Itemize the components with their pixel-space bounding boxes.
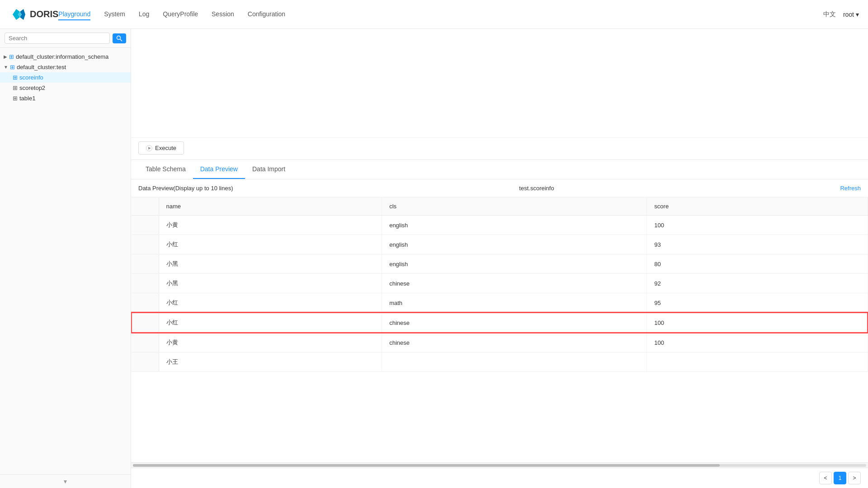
doris-logo-icon: [9, 5, 27, 23]
nav-system[interactable]: System: [104, 9, 125, 20]
search-icon: [116, 35, 123, 42]
cell-score: 93: [647, 235, 868, 254]
logo-area: DORIS: [9, 5, 58, 23]
search-button[interactable]: [113, 33, 126, 43]
nav-log[interactable]: Log: [139, 9, 149, 20]
language-switch[interactable]: 中文: [823, 10, 836, 19]
table-icon-table1: ⊞: [13, 95, 18, 102]
cell-score: 80: [647, 254, 868, 274]
cell-score: 100: [647, 313, 868, 333]
cell-cls: chinese: [382, 274, 647, 293]
cell-name: 小黑: [159, 254, 382, 274]
cell-index: [132, 274, 159, 293]
table-table1-label: table1: [19, 95, 35, 102]
table-row: 小王: [132, 352, 868, 372]
table-header-row: name cls score: [132, 197, 868, 216]
bottom-panel: Table Schema Data Preview Data Import Da…: [131, 160, 868, 488]
cell-index: [132, 313, 159, 333]
table-icon-scoreinfo: ⊞: [13, 74, 18, 81]
data-preview-panel: Data Preview(Display up to 10 lines) tes…: [131, 179, 868, 488]
execute-button[interactable]: Execute: [138, 141, 184, 155]
table-row: 小红english93: [132, 235, 868, 254]
db-label: default_cluster:information_schema: [16, 53, 108, 60]
cell-index: [132, 352, 159, 372]
sidebar-item-scoretop2[interactable]: ⊞ scoretop2: [0, 83, 131, 93]
cell-score: 100: [647, 216, 868, 235]
execute-btn-label: Execute: [155, 145, 176, 151]
next-page-button[interactable]: >: [848, 472, 861, 484]
cell-name: 小黄: [159, 333, 382, 352]
editor-content[interactable]: [131, 29, 868, 137]
main-layout: ▶ ⊞ default_cluster:information_schema ▼…: [0, 29, 868, 488]
sidebar-item-information-schema[interactable]: ▶ ⊞ default_cluster:information_schema: [0, 52, 131, 62]
tab-table-schema[interactable]: Table Schema: [138, 160, 193, 179]
cell-score: [647, 352, 868, 372]
sidebar-collapse-icon[interactable]: ▼: [63, 479, 68, 485]
table-row: 小红math95: [132, 293, 868, 313]
cell-score: 95: [647, 293, 868, 313]
sidebar-bottom: ▼: [0, 474, 131, 488]
cell-cls: english: [382, 254, 647, 274]
table-scoretop2-label: scoretop2: [19, 84, 45, 91]
editor-area: Execute: [131, 29, 868, 160]
username: root: [843, 11, 854, 18]
current-page-button[interactable]: 1: [834, 472, 846, 484]
app-name: DORIS: [30, 9, 58, 19]
col-header-score: score: [647, 197, 868, 216]
table-row: 小黄english100: [132, 216, 868, 235]
top-navigation: DORIS Playground System Log QueryProfile…: [0, 0, 868, 29]
sidebar-tree: ▶ ⊞ default_cluster:information_schema ▼…: [0, 48, 131, 474]
data-table-wrapper[interactable]: name cls score 小黄english100小红english93小黑…: [131, 197, 868, 462]
cell-cls: english: [382, 235, 647, 254]
cell-name: 小红: [159, 313, 382, 333]
nav-queryprofile[interactable]: QueryProfile: [163, 9, 198, 20]
tree-arrow-expanded-icon: ▼: [4, 65, 8, 70]
horizontal-scrollbar[interactable]: [131, 462, 868, 468]
cell-name: 小黑: [159, 274, 382, 293]
table-row: 小黑chinese92: [132, 274, 868, 293]
refresh-button[interactable]: Refresh: [840, 185, 861, 192]
col-header-index: [132, 197, 159, 216]
table-scoreinfo-label: scoreinfo: [19, 74, 43, 81]
cell-cls: math: [382, 293, 647, 313]
search-input[interactable]: [5, 33, 110, 44]
sidebar-item-test[interactable]: ▼ ⊞ default_cluster:test: [0, 62, 131, 72]
col-header-cls: cls: [382, 197, 647, 216]
nav-menu: Playground System Log QueryProfile Sessi…: [58, 9, 823, 20]
db-test-label: default_cluster:test: [17, 64, 66, 70]
sidebar-item-scoreinfo[interactable]: ⊞ scoreinfo: [0, 72, 131, 83]
preview-header: Data Preview(Display up to 10 lines) tes…: [131, 179, 868, 197]
svg-line-2: [120, 39, 123, 41]
nav-right: 中文 root ▾: [823, 10, 859, 19]
cell-index: [132, 333, 159, 352]
db-icon-2: ⊞: [10, 64, 15, 70]
col-header-name: name: [159, 197, 382, 216]
db-icon: ⊞: [9, 53, 14, 60]
tree-arrow-icon: ▶: [4, 54, 7, 59]
sidebar-item-table1[interactable]: ⊞ table1: [0, 93, 131, 103]
cell-index: [132, 216, 159, 235]
nav-playground[interactable]: Playground: [58, 9, 90, 20]
cell-score: 100: [647, 333, 868, 352]
cell-name: 小红: [159, 235, 382, 254]
user-menu[interactable]: root ▾: [843, 11, 859, 18]
cell-score: 92: [647, 274, 868, 293]
cell-cls: english: [382, 216, 647, 235]
pagination: < 1 >: [131, 468, 868, 488]
svg-marker-4: [148, 147, 151, 150]
tab-data-preview[interactable]: Data Preview: [193, 160, 245, 179]
tab-data-import[interactable]: Data Import: [245, 160, 292, 179]
cell-index: [132, 293, 159, 313]
nav-configuration[interactable]: Configuration: [248, 9, 285, 20]
search-bar: [0, 29, 131, 48]
execute-bar: Execute: [131, 137, 868, 158]
nav-session[interactable]: Session: [212, 9, 234, 20]
table-row: 小黑english80: [132, 254, 868, 274]
cell-cls: chinese: [382, 313, 647, 333]
tab-bar: Table Schema Data Preview Data Import: [131, 160, 868, 179]
content-area: Execute Table Schema Data Preview Data I…: [131, 29, 868, 488]
cell-name: 小黄: [159, 216, 382, 235]
cell-name: 小王: [159, 352, 382, 372]
prev-page-button[interactable]: <: [819, 472, 832, 484]
cell-cls: [382, 352, 647, 372]
